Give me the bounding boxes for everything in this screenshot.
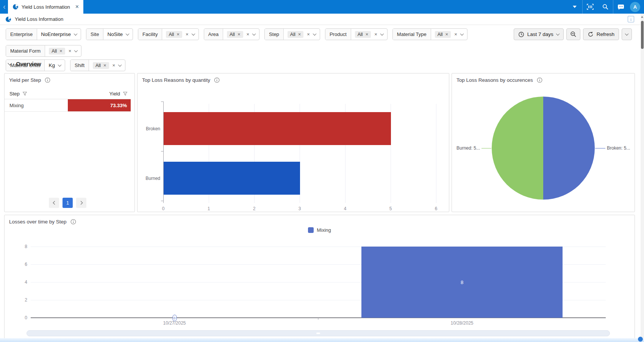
info-icon[interactable] (214, 77, 220, 83)
overview-section-toggle[interactable]: Overview (8, 61, 41, 67)
pagination-next-button[interactable] (76, 198, 86, 208)
filter-chip[interactable]: All× (49, 48, 65, 55)
y-tick-label: 6 (25, 262, 27, 267)
back-icon[interactable]: ‹ (3, 3, 6, 10)
chip-remove-icon[interactable]: × (445, 32, 449, 37)
filter-label: Enterprise (6, 29, 37, 40)
legend-swatch (308, 227, 314, 233)
filter-chip[interactable]: All× (227, 31, 243, 38)
filter-chip-label: All (438, 32, 443, 37)
pie-leader-line (595, 148, 605, 148)
pagination-page-1[interactable]: 1 (63, 198, 73, 208)
bar-broken[interactable]: Broken (164, 112, 391, 145)
filter-chip[interactable]: All× (288, 31, 304, 38)
filter-clear-icon[interactable]: × (113, 63, 116, 68)
filter-funnel-icon[interactable] (123, 91, 128, 96)
loss-by-quantity-panel: Top Loss Reasons by quantity 0123456Brok… (137, 73, 449, 212)
filter-label: Facility (138, 29, 162, 40)
filter-value[interactable]: All×× (45, 45, 81, 56)
horizontal-scrollbar[interactable] (0, 338, 644, 342)
zero-value-marker[interactable]: 0 (172, 315, 177, 321)
chevron-down-icon[interactable] (126, 32, 130, 36)
chevron-down-icon[interactable] (252, 32, 256, 36)
chevron-down-icon[interactable] (74, 32, 78, 36)
filter-value[interactable]: All×× (223, 29, 259, 40)
chevron-down-icon[interactable] (118, 63, 122, 67)
chevron-down-icon[interactable] (460, 32, 464, 36)
filter-clear-icon[interactable]: × (69, 48, 72, 53)
filter-value[interactable]: NoEnterprise (37, 29, 81, 40)
y-tick-label: 2 (25, 297, 27, 303)
filter-value[interactable]: All×× (162, 29, 198, 40)
chart-range-selector[interactable] (27, 330, 610, 336)
table-row[interactable]: Mixing73.33% (5, 99, 131, 112)
filter-chip-label: All (169, 32, 174, 37)
filter-value[interactable]: All×× (431, 29, 467, 40)
filter-clear-icon[interactable]: × (454, 32, 457, 37)
time-range-button[interactable]: Last 7 days (514, 28, 564, 40)
filter-chip[interactable]: All× (93, 62, 109, 69)
y-tick-label: 4 (25, 280, 27, 285)
page-title: Yield Loss Information (15, 16, 63, 22)
user-avatar[interactable]: A (630, 2, 640, 12)
chip-remove-icon[interactable]: × (366, 32, 369, 37)
gridline (436, 104, 436, 203)
filter-value[interactable]: Kg (45, 60, 65, 71)
x-tick-label: 2 (253, 206, 256, 211)
pie-leader-line (481, 148, 491, 148)
filter-chip[interactable]: All× (355, 31, 371, 38)
tab-title: Yield Loss Information (22, 4, 70, 10)
filter-clear-icon[interactable]: × (374, 32, 377, 37)
filter-value[interactable]: All×× (89, 60, 125, 71)
scrollbar-up-arrow[interactable] (641, 16, 643, 18)
vertical-scrollbar-thumb[interactable] (641, 21, 644, 49)
filter-value[interactable]: NoSite (103, 29, 133, 40)
tab-close-icon[interactable]: × (75, 4, 79, 10)
pagination-prev-button[interactable] (49, 198, 59, 208)
filter-clear-icon[interactable]: × (186, 32, 189, 37)
range-selector-handle[interactable] (316, 333, 320, 334)
filter-clear-icon[interactable]: × (247, 32, 250, 37)
chevron-down-icon[interactable] (58, 63, 62, 67)
chart-legend[interactable]: Mixing (5, 227, 635, 233)
refresh-button[interactable]: Refresh (583, 28, 619, 40)
bar-burned[interactable]: Burned (164, 162, 300, 195)
chat-icon[interactable] (613, 0, 628, 14)
zoom-out-button[interactable] (566, 28, 580, 40)
occurences-pie-chart[interactable] (492, 97, 595, 200)
info-icon[interactable] (70, 219, 76, 225)
yield-table: Step Yield Mixing73.33% (5, 89, 131, 112)
barcode-scan-icon[interactable] (583, 0, 598, 14)
x-tick-label: 1 (208, 206, 210, 211)
bar-10/28/2025[interactable]: 8 (361, 247, 563, 318)
topbar-dropdown-caret[interactable] (567, 0, 582, 14)
refresh-options-button[interactable] (622, 28, 632, 40)
filter-label: Material Type (393, 29, 431, 40)
info-icon[interactable] (537, 77, 542, 83)
filter-label: Step (265, 29, 284, 40)
filter-chip[interactable]: All× (435, 31, 451, 38)
chip-remove-icon[interactable]: × (177, 32, 180, 37)
filter-label: Product (325, 29, 351, 40)
export-icon[interactable]: ↓ (628, 16, 634, 22)
chip-remove-icon[interactable]: × (238, 32, 241, 37)
chip-remove-icon[interactable]: × (298, 32, 301, 37)
chevron-down-icon[interactable] (313, 32, 316, 36)
x-tick-label: 0 (162, 206, 165, 211)
app-tab[interactable]: Yield Loss Information × (8, 0, 83, 14)
search-icon[interactable] (598, 0, 613, 14)
filter-chip[interactable]: All× (166, 31, 182, 38)
x-tick-label: 4 (344, 206, 347, 211)
chevron-down-icon[interactable] (191, 32, 195, 36)
chip-remove-icon[interactable]: × (103, 63, 106, 68)
chevron-down-icon (625, 32, 629, 36)
filter-funnel-icon[interactable] (22, 91, 27, 96)
filter-clear-icon[interactable]: × (307, 32, 310, 37)
filter-value[interactable]: All×× (284, 29, 320, 40)
chevron-down-icon[interactable] (380, 32, 384, 36)
chevron-down-icon[interactable] (74, 48, 78, 52)
chip-remove-icon[interactable]: × (59, 48, 63, 53)
filter-value[interactable]: All×× (351, 29, 387, 40)
info-icon[interactable] (45, 77, 50, 83)
panel-title: Top Loss Reasons by quantity (142, 77, 210, 83)
